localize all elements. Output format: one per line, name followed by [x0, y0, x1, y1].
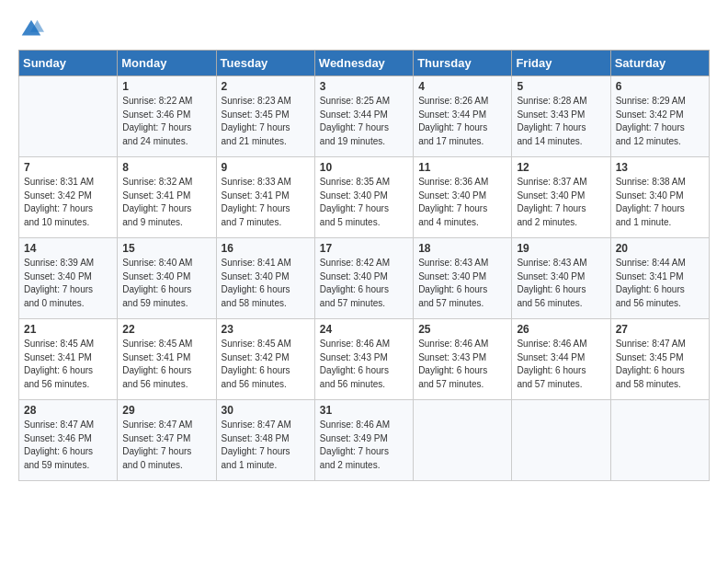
calendar-cell: [512, 400, 610, 481]
header-cell-tuesday: Tuesday: [216, 51, 314, 76]
day-number: 8: [122, 161, 210, 174]
calendar-cell: 27Sunrise: 8:47 AMSunset: 3:45 PMDayligh…: [610, 319, 709, 400]
cell-info: Sunrise: 8:36 AMSunset: 3:40 PMDaylight:…: [418, 176, 506, 229]
header-cell-wednesday: Wednesday: [314, 51, 413, 76]
calendar-cell: 6Sunrise: 8:29 AMSunset: 3:42 PMDaylight…: [610, 76, 709, 157]
cell-info: Sunrise: 8:39 AMSunset: 3:40 PMDaylight:…: [24, 257, 112, 310]
day-number: 13: [616, 161, 704, 174]
day-number: 21: [24, 323, 112, 336]
day-number: 14: [24, 242, 112, 255]
calendar-cell: 31Sunrise: 8:46 AMSunset: 3:49 PMDayligh…: [314, 400, 413, 481]
cell-info: Sunrise: 8:46 AMSunset: 3:49 PMDaylight:…: [320, 419, 408, 472]
cell-info: Sunrise: 8:40 AMSunset: 3:40 PMDaylight:…: [122, 257, 210, 310]
cell-info: Sunrise: 8:42 AMSunset: 3:40 PMDaylight:…: [320, 257, 408, 310]
day-number: 29: [122, 404, 210, 417]
cell-info: Sunrise: 8:26 AMSunset: 3:44 PMDaylight:…: [418, 95, 506, 148]
header-cell-thursday: Thursday: [414, 51, 512, 76]
cell-info: Sunrise: 8:46 AMSunset: 3:43 PMDaylight:…: [320, 338, 408, 391]
calendar-cell: 14Sunrise: 8:39 AMSunset: 3:40 PMDayligh…: [19, 238, 118, 319]
header-cell-sunday: Sunday: [19, 51, 118, 76]
cell-info: Sunrise: 8:45 AMSunset: 3:41 PMDaylight:…: [122, 338, 210, 391]
calendar-cell: 10Sunrise: 8:35 AMSunset: 3:40 PMDayligh…: [314, 157, 413, 238]
day-number: 6: [616, 80, 704, 93]
day-number: 1: [122, 80, 210, 93]
header: [18, 17, 710, 42]
week-row-3: 14Sunrise: 8:39 AMSunset: 3:40 PMDayligh…: [19, 238, 710, 319]
calendar-cell: 8Sunrise: 8:32 AMSunset: 3:41 PMDaylight…: [118, 157, 216, 238]
calendar-table: SundayMondayTuesdayWednesdayThursdayFrid…: [18, 50, 710, 481]
week-row-5: 28Sunrise: 8:47 AMSunset: 3:46 PMDayligh…: [19, 400, 710, 481]
calendar-cell: 3Sunrise: 8:25 AMSunset: 3:44 PMDaylight…: [314, 76, 413, 157]
calendar-cell: 1Sunrise: 8:22 AMSunset: 3:46 PMDaylight…: [118, 76, 216, 157]
cell-info: Sunrise: 8:47 AMSunset: 3:45 PMDaylight:…: [616, 338, 704, 391]
cell-info: Sunrise: 8:47 AMSunset: 3:48 PMDaylight:…: [222, 419, 310, 472]
cell-info: Sunrise: 8:31 AMSunset: 3:42 PMDaylight:…: [24, 176, 112, 229]
week-row-4: 21Sunrise: 8:45 AMSunset: 3:41 PMDayligh…: [19, 319, 710, 400]
cell-info: Sunrise: 8:43 AMSunset: 3:40 PMDaylight:…: [517, 257, 605, 310]
day-number: 5: [517, 80, 605, 93]
day-number: 15: [122, 242, 210, 255]
day-number: 25: [418, 323, 506, 336]
cell-info: Sunrise: 8:47 AMSunset: 3:47 PMDaylight:…: [122, 419, 210, 472]
day-number: 2: [222, 80, 310, 93]
calendar-cell: 15Sunrise: 8:40 AMSunset: 3:40 PMDayligh…: [118, 238, 216, 319]
calendar-cell: 13Sunrise: 8:38 AMSunset: 3:40 PMDayligh…: [610, 157, 709, 238]
calendar-cell: 26Sunrise: 8:46 AMSunset: 3:44 PMDayligh…: [512, 319, 610, 400]
day-number: 26: [517, 323, 605, 336]
day-number: 24: [320, 323, 408, 336]
cell-info: Sunrise: 8:45 AMSunset: 3:42 PMDaylight:…: [222, 338, 310, 391]
cell-info: Sunrise: 8:43 AMSunset: 3:40 PMDaylight:…: [418, 257, 506, 310]
cell-info: Sunrise: 8:33 AMSunset: 3:41 PMDaylight:…: [222, 176, 310, 229]
cell-info: Sunrise: 8:28 AMSunset: 3:43 PMDaylight:…: [517, 95, 605, 148]
calendar-cell: 9Sunrise: 8:33 AMSunset: 3:41 PMDaylight…: [216, 157, 314, 238]
calendar-cell: 28Sunrise: 8:47 AMSunset: 3:46 PMDayligh…: [19, 400, 118, 481]
cell-info: Sunrise: 8:23 AMSunset: 3:45 PMDaylight:…: [222, 95, 310, 148]
cell-info: Sunrise: 8:25 AMSunset: 3:44 PMDaylight:…: [320, 95, 408, 148]
cell-info: Sunrise: 8:38 AMSunset: 3:40 PMDaylight:…: [616, 176, 704, 229]
cell-info: Sunrise: 8:35 AMSunset: 3:40 PMDaylight:…: [320, 176, 408, 229]
day-number: 31: [320, 404, 408, 417]
day-number: 4: [418, 80, 506, 93]
cell-info: Sunrise: 8:47 AMSunset: 3:46 PMDaylight:…: [24, 419, 112, 472]
cell-info: Sunrise: 8:37 AMSunset: 3:40 PMDaylight:…: [517, 176, 605, 229]
calendar-cell: 21Sunrise: 8:45 AMSunset: 3:41 PMDayligh…: [19, 319, 118, 400]
calendar-cell: 7Sunrise: 8:31 AMSunset: 3:42 PMDaylight…: [19, 157, 118, 238]
calendar-cell: 12Sunrise: 8:37 AMSunset: 3:40 PMDayligh…: [512, 157, 610, 238]
calendar-cell: 18Sunrise: 8:43 AMSunset: 3:40 PMDayligh…: [414, 238, 512, 319]
header-cell-saturday: Saturday: [610, 51, 709, 76]
calendar-body: 1Sunrise: 8:22 AMSunset: 3:46 PMDaylight…: [19, 76, 710, 481]
week-row-2: 7Sunrise: 8:31 AMSunset: 3:42 PMDaylight…: [19, 157, 710, 238]
calendar-cell: 25Sunrise: 8:46 AMSunset: 3:43 PMDayligh…: [414, 319, 512, 400]
calendar-cell: 20Sunrise: 8:44 AMSunset: 3:41 PMDayligh…: [610, 238, 709, 319]
calendar-cell: [19, 76, 118, 157]
day-number: 18: [418, 242, 506, 255]
day-number: 12: [517, 161, 605, 174]
cell-info: Sunrise: 8:45 AMSunset: 3:41 PMDaylight:…: [24, 338, 112, 391]
calendar-cell: 24Sunrise: 8:46 AMSunset: 3:43 PMDayligh…: [314, 319, 413, 400]
day-number: 3: [320, 80, 408, 93]
day-number: 10: [320, 161, 408, 174]
calendar-header: SundayMondayTuesdayWednesdayThursdayFrid…: [19, 51, 710, 76]
day-number: 27: [616, 323, 704, 336]
cell-info: Sunrise: 8:29 AMSunset: 3:42 PMDaylight:…: [616, 95, 704, 148]
day-number: 11: [418, 161, 506, 174]
calendar-cell: 17Sunrise: 8:42 AMSunset: 3:40 PMDayligh…: [314, 238, 413, 319]
header-cell-friday: Friday: [512, 51, 610, 76]
calendar-cell: 23Sunrise: 8:45 AMSunset: 3:42 PMDayligh…: [216, 319, 314, 400]
cell-info: Sunrise: 8:22 AMSunset: 3:46 PMDaylight:…: [122, 95, 210, 148]
week-row-1: 1Sunrise: 8:22 AMSunset: 3:46 PMDaylight…: [19, 76, 710, 157]
day-number: 28: [24, 404, 112, 417]
cell-info: Sunrise: 8:46 AMSunset: 3:44 PMDaylight:…: [517, 338, 605, 391]
calendar-cell: 5Sunrise: 8:28 AMSunset: 3:43 PMDaylight…: [512, 76, 610, 157]
header-row: SundayMondayTuesdayWednesdayThursdayFrid…: [19, 51, 710, 76]
calendar-cell: [610, 400, 709, 481]
calendar-cell: 22Sunrise: 8:45 AMSunset: 3:41 PMDayligh…: [118, 319, 216, 400]
day-number: 23: [222, 323, 310, 336]
day-number: 20: [616, 242, 704, 255]
cell-info: Sunrise: 8:46 AMSunset: 3:43 PMDaylight:…: [418, 338, 506, 391]
calendar-cell: 4Sunrise: 8:26 AMSunset: 3:44 PMDaylight…: [414, 76, 512, 157]
cell-info: Sunrise: 8:44 AMSunset: 3:41 PMDaylight:…: [616, 257, 704, 310]
day-number: 7: [24, 161, 112, 174]
day-number: 17: [320, 242, 408, 255]
calendar-cell: 29Sunrise: 8:47 AMSunset: 3:47 PMDayligh…: [118, 400, 216, 481]
